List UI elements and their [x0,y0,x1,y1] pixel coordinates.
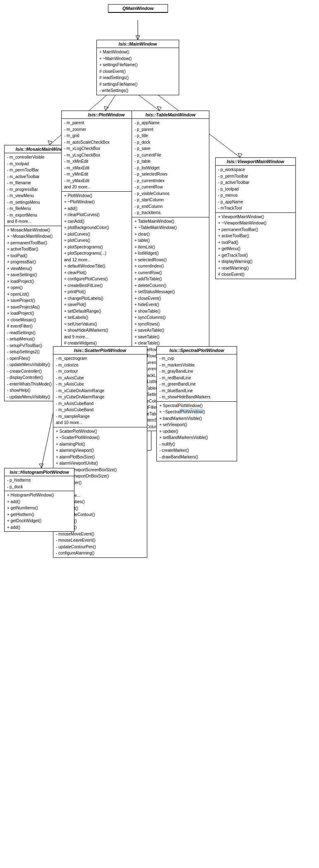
isis-histogramplotwindow-title: Isis::HistogramPlotWindow [5,468,74,476]
item: - p_endColumn [134,203,207,210]
item: + resetWarning() [217,265,294,272]
item: - p_dock [6,484,72,490]
item: + getNumItems() [6,505,72,511]
item: + setBandMarkersVisible() [158,434,235,441]
svg-marker-9 [238,153,242,157]
item: - p_currentRow [134,184,207,190]
section: - p_appName - p_parent - p_title - p_doc… [132,119,209,217]
item: - m_xAxisCube [55,375,145,381]
isis-spectralplotwindow-title: Isis::SpectralPlotWindow [157,347,237,354]
item: - p_appName [217,199,294,205]
item: + hideEvent() [134,301,207,308]
item: - m_xAxisCubeBand [55,400,145,407]
svg-marker-1 [136,36,140,40]
item: - m_redBandLine [158,375,235,381]
item: + clearTable() [134,340,207,347]
item: + alarmPlotBoxSize() [55,454,145,461]
item: - m_cvp [158,355,235,362]
item: + getMenu() [217,246,294,252]
isis-tablemainwindow-title: Isis::TableMainWindow [132,111,209,119]
item: - p_title [134,133,207,139]
item: - m_markersVisible [158,362,235,369]
item: - p_toolpad [217,186,294,193]
section: + ViewportMainWindow() + ~ViewportMainWi… [216,213,295,279]
item: + add() [6,499,72,505]
isis-spectralplotwindow-box: Isis::SpectralPlotWindow - m_cvp - m_mar… [156,346,237,461]
item: + ViewportMainWindow() [217,214,294,220]
item: + MainWindow() [98,49,177,55]
item: + toolPad() [217,239,294,246]
item: - m_spectrogram [55,355,145,362]
item: + add() [6,524,72,531]
svg-marker-3 [104,106,108,111]
item: + clear() [134,231,207,238]
item: - m_sampleRange [55,413,145,420]
isis-mainwindow-section: + MainWindow() + ~MainWindow() + setting… [97,48,179,95]
item: + getTrackTool() [217,252,294,259]
qmainwindow-box: QMainWindow [108,4,168,13]
item: - m_greenBandLine [158,381,235,388]
item: - p_table [134,158,207,165]
section: - m_cvp - m_markersVisible - m_grayBandL… [157,354,237,402]
item: + syncColumns() [134,314,207,321]
isis-viewportmainwindow-box: Isis::ViewportMainWindow - p_workspace -… [215,157,296,279]
item: - p_activeToolbar [217,179,294,186]
item: - m_yAxisCube [55,381,145,388]
item: + selectedRows() [134,257,207,263]
item: + alarmingPlot() [55,441,145,448]
item: - p_dock [134,139,207,146]
item: + displayWarning() [217,258,294,265]
item: + ~ViewportMainWindow() [217,220,294,227]
item: - p_parent [134,126,207,133]
item: - p_workspace [217,166,294,173]
section: - p_workspace - p_permToolbar - p_active… [216,166,295,213]
isis-mainwindow-box: Isis::MainWindow + MainWindow() + ~MainW… [96,40,179,95]
item: - p_histItems [6,477,72,484]
item: + saveAsTable() [134,327,207,334]
item: + update() [158,428,235,435]
item: + HistogramPlotWindow() [6,492,72,499]
qmainwindow-title: QMainWindow [108,5,168,12]
item: + activeToolBar() [217,233,294,239]
item: - m_blueBandLine [158,388,235,394]
item: - drawBandMarkers() [158,454,235,461]
item: - p_startColumn [134,197,207,203]
item: - p_permToolbar [217,173,294,180]
item: - p_trackItems [134,210,207,216]
item: - mouseLeaveEvent() [55,537,145,544]
item: - m_grayBandLine [158,368,235,375]
item: + ~MainWindow() [98,55,177,62]
item: + closeEvent() [134,295,207,302]
svg-marker-15 [39,464,43,468]
diagram-container: show Tabled QMainWindow Isis::MainWindow… [0,0,319,868]
item: + setViewport() [158,422,235,428]
item: - mTrackTool [217,205,294,212]
isis-histogramplotwindow-box: Isis::HistogramPlotWindow - p_histItems … [4,468,74,532]
item: - p_currentFile [134,152,207,159]
item: # closeEvent() [217,271,294,278]
show-tabled-label: show Tabled [179,408,202,412]
item: - p_visibleColumns [134,190,207,197]
item: - createMarker() [158,447,235,454]
item: + alarmingViewport() [55,447,145,454]
item: + bandMarkersVisible() [158,415,235,422]
item: + currentRow() [134,270,207,276]
item: - m_xCubeDnAlarmRange [55,388,145,394]
section: - p_histItems - p_dock [5,476,74,491]
item: - nullify() [158,441,235,448]
section: + HistogramPlotWindow() + add() + getNum… [5,491,74,531]
item: + itemList() [134,244,207,251]
item: - p_currentIndex [134,178,207,184]
item: + getDockWidget() [6,518,72,524]
item: - m_colorize [55,362,145,369]
item: + ~TableMainWindow() [134,224,207,231]
item: - m_yCubeDnAlarmRange [55,394,145,400]
item: - p_menus [217,192,294,199]
item: # settingsFileName() [98,81,177,88]
item: + addToTable() [134,276,207,282]
item: + alarmViewportUnits() [55,460,145,467]
item: + currentIndex() [134,263,207,270]
item: + table() [134,237,207,244]
item: - m_contour [55,368,145,375]
isis-mainwindow-title: Isis::MainWindow [97,40,179,48]
